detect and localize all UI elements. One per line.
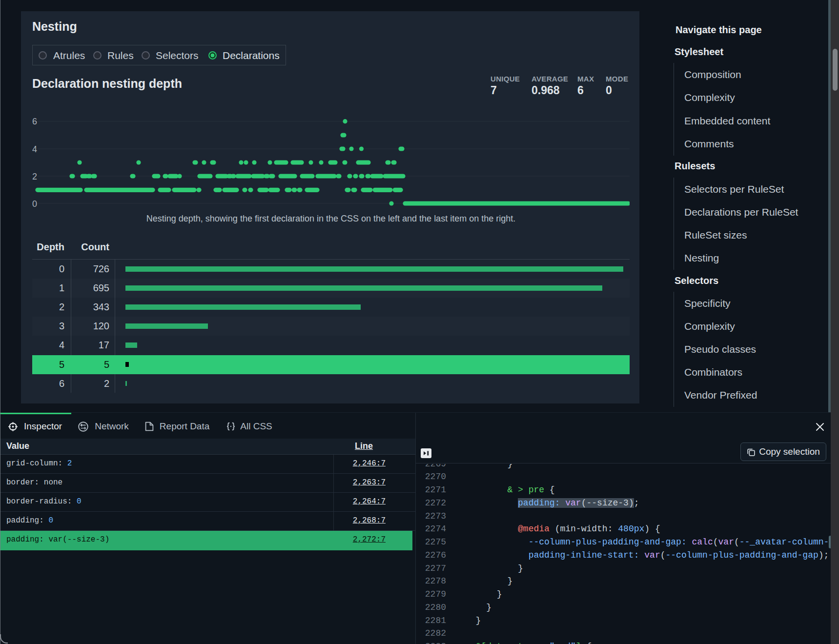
svg-text:4: 4 [32,144,37,154]
svg-text:6: 6 [32,117,37,126]
svg-text:2: 2 [32,172,37,181]
svg-text:0: 0 [32,199,37,209]
